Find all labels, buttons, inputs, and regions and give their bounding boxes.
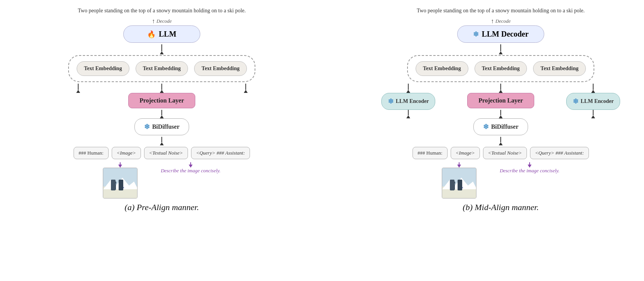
token-query: <Query> ### Assistant: (191, 147, 250, 159)
query-label-right: Describe the image concisely. (500, 168, 559, 174)
pre-align-caption-top: Two people standing on the top of a snow… (78, 8, 246, 14)
pre-align-middle: Projection Layer ❄ BiDiffuser (50, 84, 273, 145)
center-arrowhead (160, 90, 164, 93)
token-noise: <Textual Noise> (144, 147, 188, 159)
mid-align-projection: Projection Layer (467, 93, 534, 108)
left-arrow-col (50, 84, 106, 93)
right-enc-arrowhead-bot (591, 115, 595, 118)
mid-token-noise: <Textual Noise> (483, 147, 527, 159)
mid-proj-arrow (500, 110, 501, 115)
pre-align-projection: Projection Layer (128, 93, 195, 108)
bidiff-arrow-line (161, 137, 162, 142)
center-col: Projection Layer ❄ BiDiffuser (106, 84, 218, 145)
decode-arrow-icon: ↑ (152, 18, 155, 25)
left-enc-arrowhead (406, 90, 410, 93)
mid-align-decode-label: ↑ Decode (491, 18, 511, 25)
enc-snowflake-right: ❄ (573, 97, 579, 106)
svg-line-18 (451, 185, 454, 188)
mid-arrowhead-embed-llm (499, 51, 503, 54)
mid-align-embeddings-row: Text Embedding Text Embedding Text Embed… (407, 55, 594, 82)
pre-align-tokens: ### Human: <Image> <Textual Noise> <Quer… (74, 147, 250, 159)
mid-center-col: Projection Layer ❄ BiDiffuser (443, 84, 558, 145)
enc-snowflake-left: ❄ (388, 97, 394, 106)
fire-icon: 🔥 (147, 30, 156, 39)
ski-image-left (103, 168, 138, 199)
text-embed-2: Text Embedding (136, 61, 188, 76)
right-enc-arrow-bot (593, 110, 594, 115)
main-container: Two people standing on the top of a snow… (0, 0, 644, 281)
svg-rect-20 (459, 184, 461, 189)
right-encoder-col: ❄ LLM Encoder (558, 84, 628, 118)
token-human: ### Human: (74, 147, 109, 159)
right-llm-encoder: ❄ LLM Encoder (566, 93, 621, 110)
dashed-arrowhead-img (118, 165, 122, 168)
arrow-embed-llm (161, 44, 162, 51)
right-arrow-col (218, 84, 273, 93)
mid-align-diagram: Two people standing on the top of a snow… (343, 8, 644, 273)
mid-center-arrow-top (500, 84, 501, 90)
mid-text-embed-1: Text Embedding (416, 61, 468, 76)
mid-bidiff-arrowhead (499, 142, 503, 145)
pre-align-bidiffuser: ❄ BiDiffuser (134, 118, 189, 135)
pre-align-embeddings-row: Text Embedding Text Embedding Text Embed… (68, 55, 255, 82)
arrowhead-embed-llm (160, 51, 164, 54)
llm-decoder-snowflake-icon: ❄ (473, 30, 479, 39)
mid-center-arrowhead (499, 90, 503, 93)
left-enc-arrowhead-bot (406, 115, 410, 118)
mid-token-image: <Image> (451, 147, 480, 159)
proj-arrow-line (161, 110, 162, 115)
left-arrow-line-top (78, 84, 79, 90)
left-encoder-col: ❄ LLM Encoder (374, 84, 443, 118)
mid-token-query: <Query> ### Assistant: (530, 147, 589, 159)
mid-arrow-embed-llm (500, 44, 501, 51)
right-enc-arrow-top (593, 84, 594, 90)
mid-dashed-arrowhead-query (528, 165, 532, 168)
svg-point-5 (113, 181, 116, 184)
left-llm-encoder: ❄ LLM Encoder (381, 93, 436, 110)
dashed-arrowhead-query (189, 165, 193, 168)
pre-align-llm-box: 🔥 LLM (123, 25, 200, 43)
mid-dashed-arrowhead-img (457, 165, 461, 168)
mid-image-col (442, 162, 476, 199)
mid-align-tokens: ### Human: <Image> <Textual Noise> <Quer… (413, 147, 589, 159)
pre-align-decode-label: ↑ Decode (152, 18, 172, 25)
bidiff-arrowhead (160, 142, 164, 145)
mid-token-human: ### Human: (413, 147, 448, 159)
mid-align-bidiffuser: ❄ BiDiffuser (473, 118, 528, 135)
query-col: Describe the image concisely. (161, 162, 220, 174)
proj-arrowhead (160, 115, 164, 118)
text-embed-3: Text Embedding (194, 61, 247, 76)
mid-align-llm-box: ❄ LLM Decoder (457, 25, 545, 43)
center-arrow-top (161, 84, 162, 90)
mid-text-embed-2: Text Embedding (475, 61, 527, 76)
left-enc-arrow-top (408, 84, 409, 90)
text-embed-1: Text Embedding (77, 61, 129, 76)
mid-text-embed-3: Text Embedding (533, 61, 586, 76)
svg-rect-6 (114, 184, 116, 190)
ski-image-right (442, 168, 476, 199)
mid-align-caption: (b) Mid-Align manner. (463, 202, 538, 212)
mid-query-col: Describe the image concisely. (500, 162, 559, 174)
svg-point-8 (119, 181, 122, 184)
snowflake-icon-mid: ❄ (483, 123, 489, 131)
left-enc-arrow-bot (408, 110, 409, 115)
mid-align-caption-top: Two people standing on the top of a snow… (417, 8, 585, 14)
right-enc-arrowhead (591, 90, 595, 93)
right-arrowhead (244, 90, 248, 93)
pre-align-bottom: Describe the image concisely. (50, 162, 273, 199)
token-image: <Image> (112, 147, 141, 159)
mid-proj-arrowhead (499, 115, 503, 118)
svg-point-16 (452, 181, 455, 184)
pre-align-diagram: Two people standing on the top of a snow… (12, 8, 312, 273)
left-arrowhead (76, 90, 80, 93)
pre-align-caption: (a) Pre-Align manner. (125, 202, 199, 212)
mid-decode-arrow-icon: ↑ (491, 18, 494, 25)
query-label-left: Describe the image concisely. (161, 168, 220, 174)
mid-bidiff-arrow (500, 137, 501, 142)
svg-rect-17 (453, 184, 455, 190)
svg-line-7 (112, 185, 115, 188)
mid-align-bottom: Describe the image concisely. (374, 162, 628, 199)
snowflake-icon-pre: ❄ (144, 123, 150, 131)
mid-align-middle: ❄ LLM Encoder Projection Layer ❄ BiDiffu… (374, 84, 628, 145)
image-col (103, 162, 138, 199)
